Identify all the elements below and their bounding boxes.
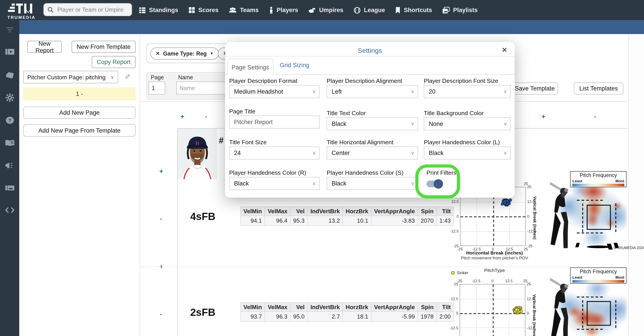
trumedia-logo[interactable]: TRUMEDIA <box>4 1 40 20</box>
pitch-row-label-2sfb: 2sFB <box>190 306 216 318</box>
scores-icon <box>189 7 195 14</box>
heatmap-least-label: Least <box>572 179 582 183</box>
home-plate <box>587 245 611 248</box>
title-background-color-select[interactable]: None∨ <box>424 117 511 130</box>
heatmap-most-label: Most <box>615 275 624 279</box>
axis-tick-label: 25 <box>527 282 531 286</box>
help-icon[interactable]: ? <box>0 113 19 127</box>
filter-chip-game-type[interactable]: ✕ Game Type: Reg ▼ <box>150 48 219 60</box>
nav-items: Standings Scores Teams Players Umpires L… <box>139 0 478 20</box>
umpire-fist-icon <box>308 7 316 14</box>
search-input[interactable] <box>56 6 130 14</box>
field-label: Title Font Size <box>229 139 267 146</box>
nav-scores[interactable]: Scores <box>189 7 218 14</box>
axis-tick-label: 12.5 <box>505 279 513 283</box>
new-from-template-button[interactable]: New From Template <box>72 41 136 53</box>
chevron-down-icon: ∨ <box>500 89 510 95</box>
chevron-down-icon: ∨ <box>106 71 118 83</box>
trumedia-logo-icon <box>8 2 36 15</box>
tag-icon[interactable] <box>0 69 19 82</box>
filter-icon[interactable] <box>0 23 19 36</box>
player-description-format-select[interactable]: Medium Headshot∨ <box>229 85 320 98</box>
strike-zone <box>587 301 611 326</box>
add-row-button[interactable]: + <box>159 263 163 270</box>
video-playlist-icon[interactable] <box>0 46 19 59</box>
list-templates-button[interactable]: List Templates <box>574 82 624 95</box>
axis-tick-label: -12.5 <box>527 229 536 233</box>
add-column-button[interactable]: + <box>180 113 184 120</box>
pitch-frequency-heatmap-2sfb: Pitch Frequency Least Most <box>549 264 626 336</box>
image-stack-icon[interactable] <box>0 181 19 194</box>
filter-lines-icon <box>5 27 14 33</box>
edit-pencil-icon[interactable]: ✎ <box>124 73 130 81</box>
scatter-point <box>503 200 506 203</box>
chevron-down-icon: ∨ <box>500 121 510 127</box>
right-gutter <box>628 34 644 336</box>
axis-tick-label: 0 <box>492 247 494 251</box>
field-label: Title Horizontal Alignment <box>327 139 394 146</box>
nav-players[interactable]: Players <box>269 7 298 14</box>
code-icon[interactable] <box>0 203 19 217</box>
player-handedness-color-s-select[interactable]: Black∨ <box>327 177 418 190</box>
remove-row-button[interactable]: - <box>160 215 162 222</box>
chevron-down-icon: ∨ <box>309 89 319 95</box>
player-description-alignment-select[interactable]: Left∨ <box>327 85 418 98</box>
nav-shortcuts[interactable]: Shortcuts <box>396 7 432 14</box>
field-label: Title Background Color <box>424 110 484 117</box>
title-font-size-select[interactable]: 24∨ <box>229 147 320 159</box>
tab-grid-sizing[interactable]: Grid Sizing <box>280 62 309 69</box>
gear-icon[interactable] <box>0 91 19 104</box>
field-label: Title Text Color <box>327 110 366 117</box>
add-column-button[interactable]: + <box>542 113 546 120</box>
player-handedness-color-r-select[interactable]: Black∨ <box>229 177 320 190</box>
page-indicator-row[interactable]: 1 - <box>23 87 136 100</box>
nav-umpires[interactable]: Umpires <box>308 7 343 14</box>
copy-report-button[interactable]: Copy Report <box>92 56 136 68</box>
global-search[interactable] <box>44 3 132 16</box>
remove-column-button[interactable]: - <box>594 113 596 120</box>
stats-table-4sfb: VelMin VelMax Vel IndVertBrk HorzBrk Ver… <box>240 206 454 226</box>
print-filters-toggle[interactable] <box>426 181 442 187</box>
player-description-font-size-select[interactable]: 20∨ <box>424 85 511 98</box>
book-icon[interactable] <box>0 136 19 150</box>
page-indicator-label: 1 - <box>76 91 83 97</box>
baseball-icon <box>354 7 361 14</box>
title-text-color-select[interactable]: Black∨ <box>327 117 418 130</box>
chevron-down-icon: ∨ <box>309 181 319 186</box>
megaphone-shape-icon <box>5 162 14 169</box>
axis-tick-label: 12.5 <box>451 296 460 301</box>
megaphone-icon[interactable] <box>0 159 19 172</box>
chip-close-icon[interactable]: ✕ <box>156 51 160 57</box>
nav-standings[interactable]: Standings <box>139 7 178 14</box>
field-label: Player Handedness Color (S) <box>327 169 404 176</box>
nav-teams[interactable]: Teams <box>229 7 259 14</box>
pitch-movement-chart-2sfb: PitchType Sinker Vertical Break (inches)… <box>448 265 542 336</box>
remove-row-button[interactable]: - <box>160 310 162 317</box>
chevron-down-icon: ∨ <box>408 121 418 127</box>
page-title-input[interactable] <box>229 116 320 129</box>
player-handedness-color-l-select[interactable]: Black∨ <box>424 147 511 159</box>
chart-caption: Pitch movement from pitcher's POV <box>448 255 542 260</box>
legend-dot-sinker <box>451 271 455 275</box>
close-icon[interactable]: ✕ <box>502 46 508 54</box>
player-number-hash: # <box>219 136 224 146</box>
nav-playlists[interactable]: Playlists <box>442 7 478 14</box>
chart-legend: Sinker <box>451 271 468 275</box>
add-new-page-button[interactable]: Add New Page <box>23 107 136 119</box>
new-report-button[interactable]: New Report <box>27 41 62 53</box>
add-new-page-from-template-button[interactable]: Add New Page From Template <box>23 124 136 137</box>
save-template-button[interactable]: Save Template <box>512 82 558 95</box>
add-row-button[interactable]: + <box>159 168 163 174</box>
col-velmin: VelMin <box>240 207 265 216</box>
remove-column-button[interactable]: - <box>205 113 207 120</box>
player-headshot: B <box>178 129 217 179</box>
chevron-down-icon: ∨ <box>408 181 418 186</box>
heatmap-most-label: Most <box>615 179 624 183</box>
heatmap-least-label: Least <box>572 275 582 279</box>
tab-page-settings[interactable]: Page Settings <box>227 59 274 75</box>
col-horzbrk: HorzBrk <box>343 207 371 216</box>
nav-league[interactable]: League <box>354 7 385 14</box>
report-page-select[interactable]: Pitcher Custom Page: pitching -... ∨ <box>23 71 118 83</box>
page-number-input[interactable] <box>148 82 165 95</box>
title-horizontal-alignment-select[interactable]: Center∨ <box>327 147 418 159</box>
